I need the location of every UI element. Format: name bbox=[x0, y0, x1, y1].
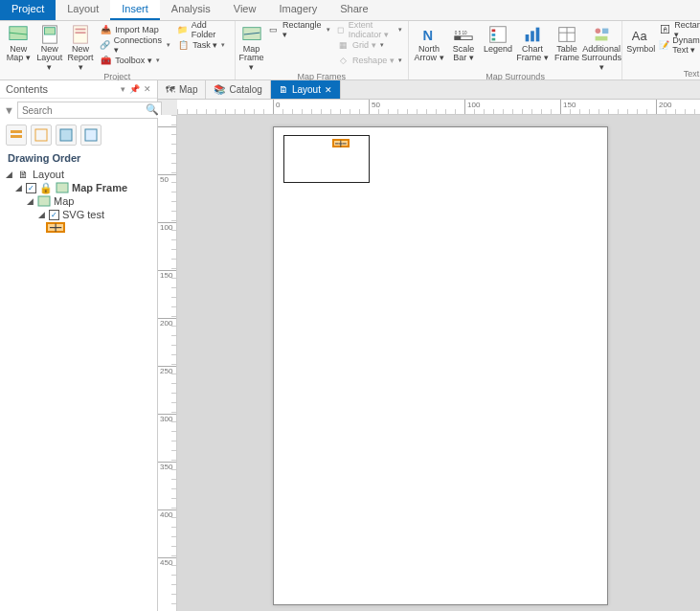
tree-layer-symbol[interactable]: ━╋━ bbox=[4, 221, 153, 234]
layer-tree: ◢ 🗎 Layout ◢ ✓ 🔒 Map Frame ◢ Map ◢ ✓ SVG… bbox=[0, 168, 157, 238]
doc-tab-map[interactable]: 🗺Map bbox=[158, 80, 206, 99]
report-icon bbox=[70, 24, 91, 45]
close-icon[interactable]: ✕ bbox=[325, 85, 332, 95]
connections-icon: 🔗 bbox=[99, 38, 111, 52]
toolbox-icon: 🧰 bbox=[99, 54, 112, 67]
tree-map-frame[interactable]: ◢ ✓ 🔒 Map Frame bbox=[4, 181, 153, 194]
svg-rect-16 bbox=[531, 31, 534, 41]
dynamic-text-button[interactable]: 📝Dynamic Text ▾ bbox=[657, 37, 700, 52]
ribbon-tab-project[interactable]: Project bbox=[0, 0, 56, 20]
svg-rect-31 bbox=[38, 196, 50, 206]
contents-search-row: ▼ 🔍 bbox=[0, 99, 157, 122]
list-by-selection-button[interactable] bbox=[56, 124, 77, 146]
svg-rect-28 bbox=[60, 129, 72, 141]
new-report-button[interactable]: NewReport ▾ bbox=[66, 22, 95, 72]
expand-icon[interactable]: ◢ bbox=[25, 196, 34, 206]
close-icon[interactable]: ✕ bbox=[144, 84, 151, 94]
visibility-checkbox[interactable]: ✓ bbox=[26, 183, 36, 193]
svg-rect-25 bbox=[11, 130, 22, 133]
svg-point-21 bbox=[596, 29, 601, 34]
ribbon-tab-share[interactable]: Share bbox=[328, 0, 379, 20]
expand-icon[interactable]: ◢ bbox=[13, 183, 23, 192]
ruler-horizontal[interactable]: 050100150200 bbox=[177, 100, 700, 115]
layout-icon bbox=[39, 24, 60, 45]
add-folder-button[interactable]: 📁Add Folder bbox=[174, 22, 230, 36]
ribbon-tab-strip: Project Layout Insert Analysis View Imag… bbox=[0, 0, 700, 21]
chart-frame-button[interactable]: ChartFrame ▾ bbox=[516, 22, 549, 63]
group-label-text: Text bbox=[626, 69, 700, 79]
svg-rect-9 bbox=[455, 36, 461, 40]
ribbon-tab-imagery[interactable]: Imagery bbox=[267, 0, 328, 20]
extent-icon: ◻ bbox=[336, 23, 346, 36]
ribbon-tab-analysis[interactable]: Analysis bbox=[160, 0, 222, 20]
search-input[interactable] bbox=[17, 102, 162, 119]
scale-bar-icon: 0 5 10 bbox=[453, 24, 474, 45]
rectangle-button[interactable]: ▭Rectangle ▾ bbox=[266, 22, 333, 36]
contents-header: Contents ▾ 📌 ✕ bbox=[0, 80, 157, 99]
svg-rect-23 bbox=[596, 36, 608, 41]
search-icon[interactable]: 🔍 bbox=[146, 103, 159, 116]
legend-icon bbox=[487, 24, 508, 45]
scale-bar-button[interactable]: 0 5 10 ScaleBar ▾ bbox=[447, 22, 480, 63]
expand-icon[interactable]: ◢ bbox=[36, 210, 46, 219]
pin-icon[interactable]: 📌 bbox=[129, 84, 140, 94]
layer-symbol-swatch[interactable]: ━╋━ bbox=[46, 222, 65, 233]
tree-layer-svgtest[interactable]: ◢ ✓ SVG test bbox=[4, 208, 153, 221]
north-arrow-button[interactable]: N NorthArrow ▾ bbox=[413, 22, 445, 63]
new-map-button[interactable]: NewMap ▾ bbox=[4, 22, 33, 63]
mapframe-node-icon: 🔒 bbox=[39, 182, 53, 193]
new-layout-button[interactable]: NewLayout ▾ bbox=[34, 22, 63, 72]
layout-tab-icon: 🗎 bbox=[279, 84, 288, 95]
doc-tab-layout[interactable]: 🗎Layout✕ bbox=[271, 80, 341, 99]
tree-map[interactable]: ◢ Map bbox=[4, 194, 153, 208]
svg-rect-14 bbox=[492, 38, 496, 41]
chart-icon bbox=[522, 24, 543, 45]
svg-rect-15 bbox=[526, 34, 530, 41]
svg-rect-26 bbox=[11, 135, 22, 138]
mapframe-ref-icon bbox=[56, 182, 69, 193]
ribbon: NewMap ▾ NewLayout ▾ NewReport ▾ 📥Import… bbox=[0, 21, 700, 80]
list-by-source-button[interactable] bbox=[31, 124, 52, 146]
catalog-tab-icon: 📚 bbox=[214, 84, 225, 95]
legend-button[interactable]: Legend bbox=[482, 22, 514, 54]
grid-button[interactable]: ▦Grid ▾ bbox=[334, 37, 404, 52]
doc-tab-catalog[interactable]: 📚Catalog bbox=[206, 80, 270, 99]
north-arrow-icon: N bbox=[418, 24, 440, 45]
ribbon-tab-insert[interactable]: Insert bbox=[110, 0, 160, 20]
task-button[interactable]: 📋Task ▾ bbox=[174, 37, 230, 52]
reshape-button[interactable]: ◇Reshape ▾ bbox=[334, 53, 404, 67]
list-by-drawing-order-button[interactable] bbox=[6, 124, 27, 146]
ribbon-group-text: Aa Symbol 🄰Rectangle ▾ 📝Dynamic Text ▾ .… bbox=[622, 21, 700, 79]
visibility-checkbox[interactable]: ✓ bbox=[49, 210, 59, 220]
ribbon-tab-view[interactable]: View bbox=[222, 0, 268, 20]
layout-canvas[interactable]: ━╋━ bbox=[177, 115, 700, 611]
additional-surrounds-button[interactable]: AdditionalSurrounds ▾ bbox=[585, 22, 618, 72]
tree-root-layout[interactable]: ◢ 🗎 Layout bbox=[4, 168, 153, 181]
map-frame-button[interactable]: MapFrame ▾ bbox=[239, 22, 264, 72]
table-frame-button[interactable]: TableFrame bbox=[551, 22, 583, 63]
ribbon-group-project: NewMap ▾ NewLayout ▾ NewReport ▾ 📥Import… bbox=[0, 21, 236, 79]
map-tab-icon: 🗺 bbox=[166, 84, 175, 95]
toolbox-button[interactable]: 🧰Toolbox ▾ bbox=[97, 53, 172, 67]
table-icon bbox=[556, 24, 577, 45]
list-by-element-button[interactable] bbox=[80, 124, 102, 146]
svg-point-symbol[interactable]: ━╋━ bbox=[332, 139, 350, 147]
ruler-vertical[interactable]: 50100150200250300350400450 bbox=[158, 115, 177, 611]
task-icon: 📋 bbox=[176, 38, 190, 52]
contents-pane: Contents ▾ 📌 ✕ ▼ 🔍 Drawing Order ◢ 🗎 bbox=[0, 80, 158, 611]
symbol-button[interactable]: Aa Symbol bbox=[626, 22, 655, 54]
extent-indicator-button[interactable]: ◻Extent Indicator ▾ bbox=[334, 22, 404, 36]
connections-button[interactable]: 🔗Connections ▾ bbox=[97, 37, 172, 52]
map-frame-element[interactable]: ━╋━ bbox=[283, 135, 370, 183]
filter-icon[interactable]: ▼ bbox=[4, 102, 14, 119]
document-area: 🗺Map 📚Catalog 🗎Layout✕ 050100150200 5010… bbox=[158, 80, 700, 611]
map-frame-icon bbox=[241, 24, 262, 45]
rectangle-icon: ▭ bbox=[268, 23, 280, 36]
drawing-order-heading: Drawing Order bbox=[0, 148, 157, 168]
expand-icon[interactable]: ◢ bbox=[4, 170, 13, 179]
layout-page[interactable]: ━╋━ bbox=[273, 126, 608, 605]
ribbon-tab-layout[interactable]: Layout bbox=[56, 0, 110, 20]
svg-rect-30 bbox=[56, 183, 68, 192]
dropdown-icon[interactable]: ▾ bbox=[121, 84, 125, 94]
svg-rect-13 bbox=[492, 34, 496, 36]
